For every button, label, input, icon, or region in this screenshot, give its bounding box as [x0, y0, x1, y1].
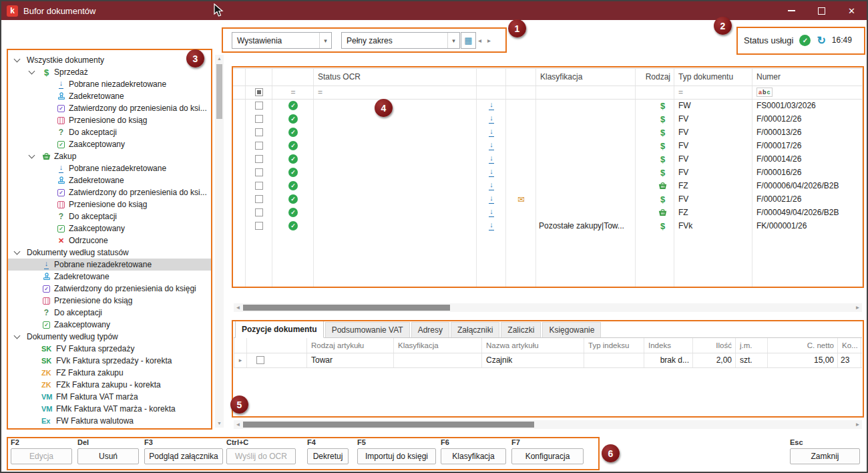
pos-header-nazwa-artykulu[interactable]: Nazwa artykułu	[482, 338, 584, 353]
typ-dokumentu-cell[interactable]: FV	[674, 166, 752, 179]
tree-item-zaakceptowany[interactable]: ✓Zaakceptowany	[8, 138, 212, 150]
pos-c-netto-cell[interactable]: 15,00	[768, 353, 838, 367]
typ-dokumentu-cell[interactable]: FW	[674, 99, 752, 112]
filter-equals[interactable]: =	[314, 86, 477, 99]
scroll-right-icon[interactable]: ►	[853, 303, 862, 312]
tree-item-pobrane-niezadekretowane[interactable]: ↓Pobrane niezadekretowane	[8, 78, 212, 90]
tree-item-wszystkie-dokumenty[interactable]: Wszystkie dokumenty	[8, 54, 212, 66]
numer-cell[interactable]: F/000014/26	[752, 152, 863, 166]
numer-cell[interactable]: F/000006/04/2026/B2B	[752, 179, 863, 192]
typ-dokumentu-cell[interactable]: FV	[674, 112, 752, 126]
tree-item-fm-faktura-vat-marza[interactable]: VMFM Faktura VAT marża	[8, 391, 212, 403]
numer-cell[interactable]: FK/000001/26	[752, 219, 863, 232]
tree-item-do-akceptacji[interactable]: ?Do akceptacji	[8, 210, 212, 222]
tree-item-sprzedaz[interactable]: $Sprzedaż	[8, 66, 212, 78]
scroll-left-icon[interactable]: ◄	[234, 420, 242, 429]
tree-scrollbar[interactable]: ▲ ▼	[215, 55, 224, 428]
numer-cell[interactable]: F/000013/26	[752, 126, 863, 139]
pos-last-cell[interactable]: 23	[838, 353, 861, 367]
refresh-icon[interactable]: ↻	[817, 34, 825, 47]
tree-item-dokumenty-wedlug-typow[interactable]: Dokumenty według typów	[8, 331, 212, 343]
column-header-numer[interactable]: Numer	[752, 68, 863, 86]
numer-cell[interactable]: F/000012/26	[752, 112, 863, 126]
row-checkbox-cell[interactable]	[246, 112, 272, 126]
tree-item-do-akceptacji[interactable]: ?Do akceptacji	[8, 126, 212, 138]
row-checkbox[interactable]	[255, 222, 263, 230]
typ-dokumentu-cell[interactable]: FZ	[674, 206, 752, 219]
row-checkbox[interactable]	[255, 142, 263, 150]
konfiguracja-button[interactable]: Konfiguracja	[511, 448, 584, 464]
typ-dokumentu-cell[interactable]: FVk	[674, 219, 752, 232]
podglad-zalacznika-button[interactable]: Podgląd załącznika	[144, 448, 223, 464]
tree-item-zadekretowane[interactable]: Zadekretowane	[8, 271, 212, 283]
zamknij-button[interactable]: Zamknij	[790, 448, 860, 464]
expander-icon[interactable]	[14, 56, 21, 63]
minimize-button[interactable]	[777, 1, 807, 20]
row-checkbox[interactable]	[256, 356, 264, 364]
pos-header-rodzaj-artykulu[interactable]: Rodzaj artykułu	[307, 338, 394, 353]
row-checkbox-cell[interactable]	[246, 99, 272, 112]
pos-header-j-m[interactable]: j.m.	[736, 338, 768, 353]
tree-item-zadekretowane[interactable]: Zadekretowane	[8, 174, 212, 186]
filter-abc-icon[interactable]: abc	[756, 88, 773, 97]
tree-item-zadekretowane[interactable]: Zadekretowane	[8, 90, 212, 102]
typ-dokumentu-cell[interactable]: FV	[674, 139, 752, 152]
column-header-status-ocr[interactable]: Status OCR	[314, 68, 477, 86]
expander-icon[interactable]	[29, 68, 35, 75]
expander-icon[interactable]	[29, 152, 35, 159]
dekretuj-button[interactable]: Dekretuj	[307, 448, 349, 464]
title-bar[interactable]: k Bufor dokumentów ✕	[1, 1, 867, 20]
edycja-button[interactable]: Edycja	[11, 448, 72, 464]
expander-icon[interactable]	[14, 249, 21, 255]
tree-item-odrzucone[interactable]: ✕Odrzucone	[8, 234, 212, 247]
typ-dokumentu-cell[interactable]: FV	[674, 192, 752, 206]
tree-item-zatwierdzony-do-przeniesienia-do-ksi[interactable]: ✓Zatwierdzony do przeniesienia do ksi...	[8, 186, 212, 198]
row-checkbox-cell[interactable]	[246, 166, 272, 179]
pos-header-c-netto[interactable]: C. netto	[768, 338, 838, 353]
scroll-left-icon[interactable]: ◄	[234, 303, 242, 312]
select-all-checkbox[interactable]	[255, 88, 263, 96]
pos-header-ko[interactable]: Ko...	[838, 338, 861, 353]
select-all-cell[interactable]	[246, 86, 272, 99]
row-checkbox[interactable]	[255, 182, 263, 190]
next-range-icon[interactable]: ▸	[487, 37, 491, 44]
scrollbar-thumb[interactable]	[216, 64, 222, 119]
chevron-down-icon[interactable]: ▾	[319, 33, 331, 48]
filter-equals[interactable]: =	[272, 86, 314, 99]
chevron-down-icon[interactable]: ▾	[447, 33, 459, 48]
row-checkbox[interactable]	[255, 208, 263, 216]
klasyfikacja-cell[interactable]: Pozostałe zakupy|Tow...	[536, 219, 636, 232]
row-checkbox-cell[interactable]	[246, 206, 272, 219]
wyslij-do-ocr-button[interactable]: Wyślij do OCR	[226, 448, 296, 464]
numer-cell[interactable]: FS0001/03/2026	[752, 99, 863, 112]
row-checkbox[interactable]	[255, 168, 263, 176]
numer-cell[interactable]: F/000021/26	[752, 192, 863, 206]
tree-item-przeniesione-do-ksiag[interactable]: Przeniesione do ksiąg	[8, 114, 212, 126]
row-checkbox[interactable]	[255, 155, 263, 163]
tree-item-fvk-faktura-sprzedazy-korekta[interactable]: SKFVk Faktura sprzedaży - korekta	[8, 355, 212, 367]
scroll-right-icon[interactable]: ►	[853, 420, 862, 429]
tree-item-fz-faktura-zakupu[interactable]: ZKFZ Faktura zakupu	[8, 367, 212, 379]
column-header-rodzaj[interactable]: Rodzaj	[636, 68, 674, 86]
row-expander-cell[interactable]: ▸	[234, 353, 247, 367]
tree-item-zaakceptowany[interactable]: ✓Zaakceptowany	[8, 319, 212, 331]
tree-item-pobrane-niezadekretowane[interactable]: ↓Pobrane niezadekretowane	[8, 259, 212, 271]
tree-item-fmk-faktura-vat-marza-korekta[interactable]: VMFMk Faktura VAT marża - korekta	[8, 403, 212, 415]
tree-item-dokumenty-wedlug-statusow[interactable]: Dokumenty według statusów	[8, 247, 212, 259]
tree-item-przeniesione-do-ksiag[interactable]: Przeniesione do ksiąg	[8, 198, 212, 210]
typ-dokumentu-cell[interactable]: FZ	[674, 179, 752, 192]
scroll-down-icon[interactable]: ▼	[215, 420, 224, 428]
calendar-button[interactable]: ▦	[461, 32, 476, 49]
tree-item-pobrane-niezadekretowane[interactable]: ↓Pobrane niezadekretowane	[8, 162, 212, 174]
column-header-typ-dokumentu[interactable]: Typ dokumentu	[674, 68, 752, 86]
pos-header-typ-indeksu[interactable]: Typ indeksu	[584, 338, 644, 353]
row-checkbox-cell[interactable]	[246, 219, 272, 232]
pos-header-klasyfikacja[interactable]: Klasyfikacja	[394, 338, 482, 353]
row-checkbox[interactable]	[255, 195, 263, 203]
tree-item-zatwierdzony-do-przeniesienia-do-ksiegi[interactable]: ✓Zatwierdzony do przeniesienia do księgi	[8, 283, 212, 295]
grid-hscrollbar[interactable]: ◄ ►	[234, 303, 862, 312]
column-header-klasyfikacja[interactable]: Klasyfikacja	[536, 68, 636, 86]
pos-header-ilosc[interactable]: Ilość	[693, 338, 736, 353]
pos-nazwa-artykulu-cell[interactable]: Czajnik	[482, 353, 584, 367]
tree-item-fzk-faktura-zakupu-korekta[interactable]: ZKFZk Faktura zakupu - korekta	[8, 379, 212, 391]
